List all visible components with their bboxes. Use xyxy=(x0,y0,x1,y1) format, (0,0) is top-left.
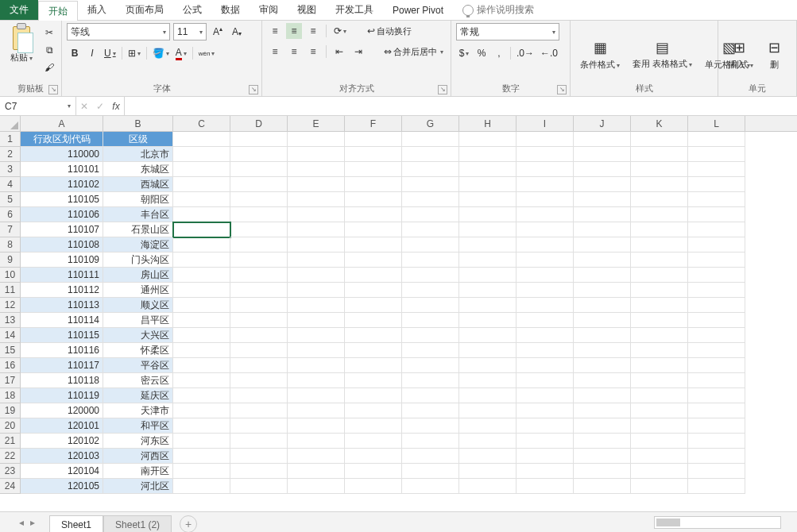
cell-C2[interactable] xyxy=(173,147,230,162)
cell-E1[interactable] xyxy=(288,132,345,147)
cell-A23[interactable]: 120104 xyxy=(21,464,103,479)
cell-L24[interactable] xyxy=(688,479,745,494)
cell-K15[interactable] xyxy=(631,343,688,358)
cell-B8[interactable]: 海淀区 xyxy=(103,237,173,253)
col-header-E[interactable]: E xyxy=(288,116,345,131)
tab-dev[interactable]: 开发工具 xyxy=(326,0,383,20)
cell-D7[interactable] xyxy=(230,222,288,237)
tab-layout[interactable]: 页面布局 xyxy=(116,0,173,20)
align-right-button[interactable]: ≡ xyxy=(305,44,321,60)
comma-button[interactable]: , xyxy=(491,45,507,61)
cell-J7[interactable] xyxy=(574,222,631,237)
cell-E22[interactable] xyxy=(288,449,345,464)
cell-E5[interactable] xyxy=(288,192,345,207)
cell-E11[interactable] xyxy=(288,283,345,298)
cell-E24[interactable] xyxy=(288,479,345,494)
row-header-23[interactable]: 23 xyxy=(0,464,20,479)
cell-I8[interactable] xyxy=(517,237,574,253)
cell-D24[interactable] xyxy=(230,479,288,494)
cell-I17[interactable] xyxy=(517,373,574,388)
cell-L21[interactable] xyxy=(688,434,745,449)
align-middle-button[interactable]: ≡ xyxy=(286,23,302,39)
cell-J2[interactable] xyxy=(574,147,631,162)
underline-button[interactable]: U xyxy=(102,45,118,61)
cell-E8[interactable] xyxy=(288,237,345,253)
cell-A17[interactable]: 110118 xyxy=(21,373,103,388)
cell-C5[interactable] xyxy=(173,192,230,207)
cell-D9[interactable] xyxy=(230,253,288,268)
row-header-9[interactable]: 9 xyxy=(0,253,20,268)
cell-F7[interactable] xyxy=(345,222,402,237)
cell-L4[interactable] xyxy=(688,177,745,192)
cell-J15[interactable] xyxy=(574,343,631,358)
row-header-11[interactable]: 11 xyxy=(0,283,20,298)
cell-I15[interactable] xyxy=(517,343,574,358)
cell-H22[interactable] xyxy=(459,449,517,464)
sheet-nav-prev[interactable]: ◂ xyxy=(16,517,27,528)
cell-F9[interactable] xyxy=(345,253,402,268)
cell-A22[interactable]: 120103 xyxy=(21,449,103,464)
cell-I3[interactable] xyxy=(517,162,574,177)
cell-L3[interactable] xyxy=(688,162,745,177)
cell-F16[interactable] xyxy=(345,358,402,373)
cell-J18[interactable] xyxy=(574,388,631,403)
cell-L5[interactable] xyxy=(688,192,745,207)
col-header-H[interactable]: H xyxy=(459,116,517,131)
cell-K2[interactable] xyxy=(631,147,688,162)
tab-insert[interactable]: 插入 xyxy=(78,0,116,20)
cell-F10[interactable] xyxy=(345,268,402,283)
decrease-decimal-button[interactable]: ←.0 xyxy=(538,45,560,61)
cell-J20[interactable] xyxy=(574,418,631,434)
number-format-combo[interactable]: 常规▾ xyxy=(456,23,559,40)
cell-A18[interactable]: 110119 xyxy=(21,388,103,403)
row-header-14[interactable]: 14 xyxy=(0,328,20,343)
tab-view[interactable]: 视图 xyxy=(288,0,326,20)
cell-F12[interactable] xyxy=(345,298,402,313)
sheet-nav-next[interactable]: ▸ xyxy=(27,517,38,528)
cell-L1[interactable] xyxy=(688,132,745,147)
cell-C10[interactable] xyxy=(173,268,230,283)
cell-A2[interactable]: 110000 xyxy=(21,147,103,162)
cell-B15[interactable]: 怀柔区 xyxy=(103,343,173,358)
cell-I21[interactable] xyxy=(517,434,574,449)
merge-center-button[interactable]: ⇔ 合并后居中 xyxy=(382,44,446,60)
cell-E13[interactable] xyxy=(288,313,345,328)
cell-C18[interactable] xyxy=(173,388,230,403)
cell-C12[interactable] xyxy=(173,298,230,313)
cell-K20[interactable] xyxy=(631,418,688,434)
cell-F22[interactable] xyxy=(345,449,402,464)
shrink-font-button[interactable]: A▾ xyxy=(229,24,245,40)
cell-E17[interactable] xyxy=(288,373,345,388)
cell-J1[interactable] xyxy=(574,132,631,147)
cell-F2[interactable] xyxy=(345,147,402,162)
row-header-22[interactable]: 22 xyxy=(0,449,20,464)
cell-B10[interactable]: 房山区 xyxy=(103,268,173,283)
cell-H11[interactable] xyxy=(459,283,517,298)
cell-B6[interactable]: 丰台区 xyxy=(103,207,173,222)
horizontal-scrollbar[interactable] xyxy=(654,516,781,529)
orientation-button[interactable]: ⟳ xyxy=(331,23,349,39)
cell-K17[interactable] xyxy=(631,373,688,388)
row-header-20[interactable]: 20 xyxy=(0,418,20,434)
sheet-tab-2[interactable]: Sheet1 (2) xyxy=(103,515,172,533)
cell-D1[interactable] xyxy=(230,132,288,147)
cell-J5[interactable] xyxy=(574,192,631,207)
cell-K19[interactable] xyxy=(631,403,688,418)
cell-K10[interactable] xyxy=(631,268,688,283)
cell-E16[interactable] xyxy=(288,358,345,373)
cell-L16[interactable] xyxy=(688,358,745,373)
cell-D10[interactable] xyxy=(230,268,288,283)
cell-F15[interactable] xyxy=(345,343,402,358)
cell-C9[interactable] xyxy=(173,253,230,268)
tab-data[interactable]: 数据 xyxy=(211,0,250,20)
cell-F24[interactable] xyxy=(345,479,402,494)
cell-B21[interactable]: 河东区 xyxy=(103,434,173,449)
cell-A15[interactable]: 110116 xyxy=(21,343,103,358)
cell-L15[interactable] xyxy=(688,343,745,358)
cell-A12[interactable]: 110113 xyxy=(21,298,103,313)
bold-button[interactable]: B xyxy=(67,45,83,61)
cell-E3[interactable] xyxy=(288,162,345,177)
cell-K9[interactable] xyxy=(631,253,688,268)
cell-B3[interactable]: 东城区 xyxy=(103,162,173,177)
cell-F4[interactable] xyxy=(345,177,402,192)
